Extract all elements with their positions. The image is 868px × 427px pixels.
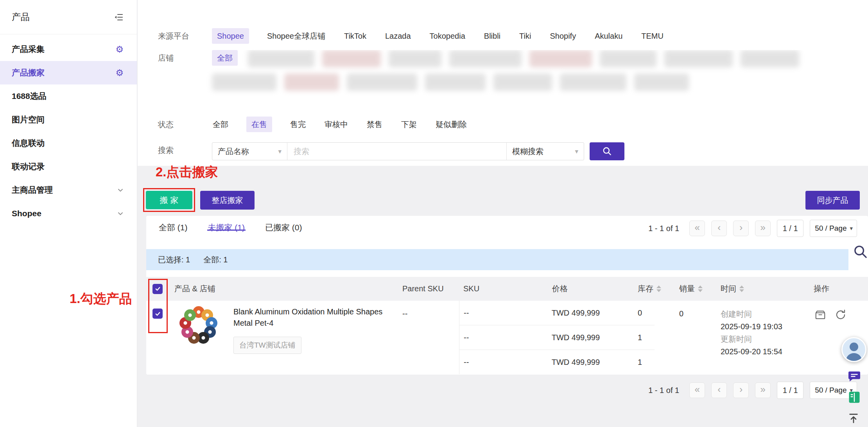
- next-page-button[interactable]: ›: [733, 382, 749, 398]
- sidebar-item-label: 产品采集: [12, 44, 45, 55]
- sync-products-button[interactable]: 同步产品: [805, 191, 860, 210]
- blurred-shop-chip[interactable]: [529, 50, 592, 67]
- sync-row-button[interactable]: [834, 309, 847, 322]
- search-mode-select[interactable]: 模糊搜索 ▾: [506, 143, 584, 160]
- sidebar-item-shopee[interactable]: Shopee: [0, 202, 137, 225]
- sort-icon[interactable]: [698, 285, 703, 292]
- first-page-button[interactable]: «: [689, 382, 705, 398]
- menu-fold-icon[interactable]: [113, 12, 124, 22]
- package-icon: [814, 309, 826, 321]
- platform-option-blibli[interactable]: Blibli: [483, 28, 501, 44]
- page-size-select[interactable]: 50 / Page ▾: [810, 220, 857, 237]
- check-icon: [155, 311, 161, 317]
- platform-option-akulaku[interactable]: Akulaku: [594, 28, 623, 44]
- blurred-shop-chip[interactable]: [634, 74, 689, 91]
- col-header-time[interactable]: 时间: [705, 283, 803, 294]
- blurred-shop-chip[interactable]: [560, 74, 626, 91]
- back-to-top-icon[interactable]: [847, 412, 861, 426]
- status-option-all[interactable]: 全部: [212, 117, 229, 132]
- sync-icon: [835, 309, 846, 321]
- blurred-shop-chip[interactable]: [284, 74, 339, 91]
- platform-option-shopify[interactable]: Shopify: [549, 28, 577, 44]
- tab-all[interactable]: 全部 (1): [158, 216, 188, 240]
- operations-cell: [803, 301, 847, 374]
- chat-widget-icon[interactable]: [847, 369, 861, 383]
- move-to-store-button[interactable]: [814, 309, 827, 322]
- blurred-shop-chip[interactable]: [248, 50, 314, 67]
- sidebar-item-main-product[interactable]: 主商品管理: [0, 178, 137, 202]
- tab-not-moved[interactable]: 未搬家 (1): [207, 216, 246, 240]
- blurred-shop-chip[interactable]: [347, 74, 417, 91]
- gear-icon[interactable]: ⚙: [115, 45, 124, 54]
- blurred-shop-chip[interactable]: [449, 50, 522, 67]
- sidebar-item-link-record[interactable]: 联动记录: [0, 155, 137, 178]
- sidebar-item-image-space[interactable]: 图片空间: [0, 108, 137, 131]
- platform-option-tiktok[interactable]: TikTok: [343, 28, 367, 44]
- col-header-sales[interactable]: 销量: [655, 283, 705, 294]
- search-field-select[interactable]: 产品名称 ▾: [212, 143, 287, 160]
- platform-option-temu[interactable]: TEMU: [640, 28, 664, 44]
- first-page-button[interactable]: «: [689, 221, 705, 236]
- select-all-checkbox[interactable]: [152, 284, 163, 294]
- sidebar-item-1688[interactable]: 1688选品: [0, 84, 137, 108]
- whole-store-move-button[interactable]: 整店搬家: [200, 191, 255, 210]
- col-header-operations: 操作: [803, 283, 829, 294]
- blurred-shop-chip[interactable]: [493, 74, 552, 91]
- stock-value: 1: [617, 358, 655, 367]
- search-row: 搜索 产品名称 ▾ 模糊搜索 ▾: [158, 142, 856, 160]
- move-button[interactable]: 搬 家: [146, 191, 192, 209]
- sidebar: 产品 产品采集 ⚙ 产品搬家 ⚙ 1688选品 图片空间 信息联动: [0, 0, 137, 427]
- status-label: 状态: [158, 117, 212, 132]
- sidebar-item-label: 联动记录: [12, 161, 45, 172]
- prev-page-button[interactable]: ‹: [711, 221, 727, 236]
- next-page-button[interactable]: ›: [733, 221, 749, 236]
- product-image[interactable]: [179, 305, 219, 345]
- row-checkbox[interactable]: [152, 309, 163, 319]
- avatar[interactable]: [841, 337, 866, 362]
- blurred-shop-chip[interactable]: [600, 50, 656, 67]
- tab-moved[interactable]: 已搬家 (0): [264, 216, 303, 240]
- page-indicator: 1 / 1: [777, 220, 803, 237]
- shop-option-all[interactable]: 全部: [212, 50, 238, 66]
- blurred-shop-chip[interactable]: [425, 74, 486, 91]
- blurred-shop-chip[interactable]: [389, 50, 441, 67]
- platform-option-shopee[interactable]: Shopee: [212, 28, 249, 44]
- blurred-shop-chip[interactable]: [212, 74, 276, 91]
- chevron-down-icon: [117, 210, 124, 217]
- platform-filter-row: 来源平台 Shopee Shopee全球店铺 TikTok Lazada Tok…: [158, 28, 856, 47]
- platform-option-tokopedia[interactable]: Tokopedia: [429, 28, 466, 44]
- blurred-shop-chip[interactable]: [322, 50, 381, 67]
- sidebar-item-info-link[interactable]: 信息联动: [0, 131, 137, 155]
- platform-option-lazada[interactable]: Lazada: [384, 28, 412, 44]
- pagination-top: 1 - 1 of 1 « ‹ › » 1 / 1 50 / Page ▾: [648, 220, 857, 237]
- gear-icon[interactable]: ⚙: [115, 68, 124, 77]
- stock-value: 1: [617, 333, 655, 342]
- col-header-stock[interactable]: 库存: [617, 283, 655, 294]
- blurred-shop-chip[interactable]: [741, 50, 799, 67]
- status-option-reviewing[interactable]: 审核中: [324, 117, 349, 132]
- product-title[interactable]: Blank Aluminum Oxidation Multiple Shapes…: [233, 306, 402, 329]
- sidebar-item-product-collect[interactable]: 产品采集 ⚙: [0, 38, 137, 61]
- created-time-label: 创建时间: [721, 308, 803, 320]
- platform-option-shopee-global[interactable]: Shopee全球店铺: [266, 28, 326, 44]
- sidebar-item-product-move[interactable]: 产品搬家 ⚙: [0, 61, 137, 84]
- search-input[interactable]: [287, 143, 506, 160]
- blurred-shop-chip[interactable]: [664, 50, 733, 67]
- status-option-sold-out[interactable]: 售完: [289, 117, 307, 132]
- table-search-icon[interactable]: [853, 244, 868, 260]
- chevron-down-icon: ▾: [278, 147, 282, 156]
- platform-option-tiki[interactable]: Tiki: [518, 28, 532, 44]
- status-option-delisted[interactable]: 下架: [400, 117, 418, 132]
- prev-page-button[interactable]: ‹: [711, 382, 727, 398]
- manual-book-icon[interactable]: [847, 390, 861, 404]
- last-page-button[interactable]: »: [755, 382, 771, 398]
- last-page-button[interactable]: »: [755, 221, 771, 236]
- status-option-suspect-deleted[interactable]: 疑似删除: [435, 117, 468, 132]
- sku-sub-row: -- TWD 499,999 0: [459, 301, 655, 325]
- selection-bar: 已选择: 1 全部: 1: [146, 249, 848, 270]
- status-option-banned[interactable]: 禁售: [366, 117, 383, 132]
- search-button[interactable]: [590, 142, 624, 160]
- sort-icon[interactable]: [739, 285, 744, 292]
- status-option-on-sale[interactable]: 在售: [246, 117, 272, 132]
- sidebar-item-label: Shopee: [12, 209, 41, 218]
